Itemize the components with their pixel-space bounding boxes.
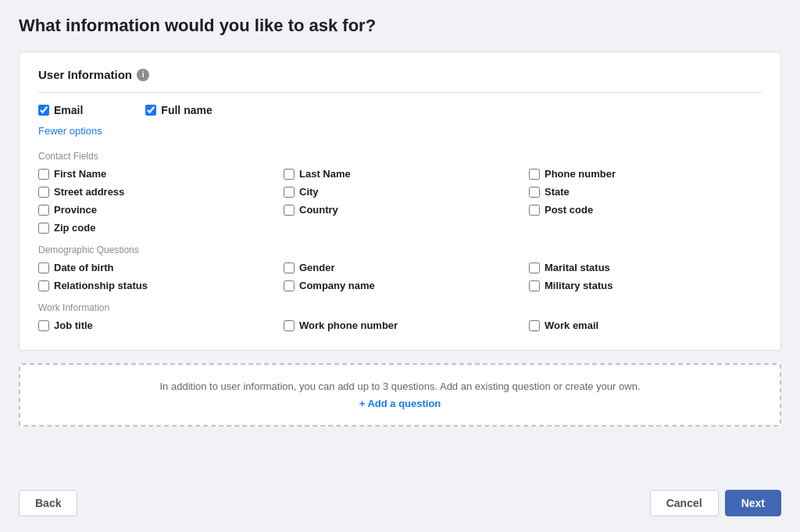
demographic-fields-grid: Date of birth Gender Marital status Rela… xyxy=(38,262,762,291)
date-of-birth-label: Date of birth xyxy=(54,262,114,273)
back-button[interactable]: Back xyxy=(19,490,77,516)
gender-field[interactable]: Gender xyxy=(284,262,516,273)
phone-number-field[interactable]: Phone number xyxy=(529,168,762,180)
military-status-checkbox[interactable] xyxy=(529,280,540,291)
post-code-checkbox[interactable] xyxy=(529,205,540,216)
contact-fields-label: Contact Fields xyxy=(38,151,762,162)
military-status-field[interactable]: Military status xyxy=(529,280,762,291)
add-question-description: In addition to user information, you can… xyxy=(33,380,767,392)
email-label: Email xyxy=(54,104,83,116)
email-checkbox-label[interactable]: Email xyxy=(38,104,83,116)
street-address-checkbox[interactable] xyxy=(38,187,49,198)
province-checkbox[interactable] xyxy=(38,205,49,216)
first-name-field[interactable]: First Name xyxy=(38,168,271,180)
work-phone-number-checkbox[interactable] xyxy=(284,320,295,331)
cancel-button[interactable]: Cancel xyxy=(650,490,719,516)
zip-code-checkbox[interactable] xyxy=(38,223,49,234)
full-name-label: Full name xyxy=(161,104,212,116)
pre-checked-row: Email Full name xyxy=(38,104,762,116)
company-name-checkbox[interactable] xyxy=(284,280,295,291)
contact-fields-grid: First Name Last Name Phone number Street… xyxy=(38,168,762,234)
phone-number-checkbox[interactable] xyxy=(529,169,540,180)
zip-code-field[interactable]: Zip code xyxy=(38,222,271,234)
zip-code-label: Zip code xyxy=(54,222,95,234)
relationship-status-checkbox[interactable] xyxy=(38,280,49,291)
job-title-checkbox[interactable] xyxy=(38,320,49,331)
province-label: Province xyxy=(54,204,97,216)
right-buttons: Cancel Next xyxy=(650,490,781,516)
relationship-status-label: Relationship status xyxy=(54,280,148,291)
phone-number-label: Phone number xyxy=(545,168,616,180)
card-header-label: User Information xyxy=(38,68,132,81)
company-name-field[interactable]: Company name xyxy=(284,280,516,291)
add-question-box: In addition to user information, you can… xyxy=(19,363,781,427)
last-name-label: Last Name xyxy=(299,168,351,180)
city-checkbox[interactable] xyxy=(284,187,295,198)
city-label: City xyxy=(299,186,319,198)
relationship-status-field[interactable]: Relationship status xyxy=(38,280,271,291)
work-email-field[interactable]: Work email xyxy=(529,320,762,331)
city-field[interactable]: City xyxy=(284,186,516,198)
info-icon[interactable]: i xyxy=(137,69,149,81)
gender-checkbox[interactable] xyxy=(284,262,295,273)
demographic-fields-label: Demographic Questions xyxy=(38,245,762,255)
page-title: What information would you like to ask f… xyxy=(19,16,781,36)
email-checkbox[interactable] xyxy=(38,105,49,116)
company-name-label: Company name xyxy=(299,280,375,291)
first-name-label: First Name xyxy=(54,168,106,180)
street-address-label: Street address xyxy=(54,186,124,198)
work-phone-number-label: Work phone number xyxy=(299,320,398,331)
marital-status-label: Marital status xyxy=(545,262,610,273)
job-title-label: Job title xyxy=(54,320,93,331)
country-field[interactable]: Country xyxy=(284,204,516,216)
date-of-birth-field[interactable]: Date of birth xyxy=(38,262,271,273)
work-phone-number-field[interactable]: Work phone number xyxy=(284,320,516,331)
full-name-checkbox-label[interactable]: Full name xyxy=(145,104,212,116)
marital-status-field[interactable]: Marital status xyxy=(529,262,762,273)
full-name-checkbox[interactable] xyxy=(145,105,156,116)
military-status-label: Military status xyxy=(545,280,612,291)
date-of-birth-checkbox[interactable] xyxy=(38,262,49,273)
card-header: User Information i xyxy=(38,68,762,93)
work-email-checkbox[interactable] xyxy=(529,320,540,331)
footer: Back Cancel Next xyxy=(19,484,781,516)
marital-status-checkbox[interactable] xyxy=(529,262,540,273)
fewer-options-link[interactable]: Fewer options xyxy=(38,125,102,137)
state-field[interactable]: State xyxy=(529,186,762,198)
first-name-checkbox[interactable] xyxy=(38,169,49,180)
post-code-label: Post code xyxy=(545,204,593,216)
job-title-field[interactable]: Job title xyxy=(38,320,271,331)
last-name-checkbox[interactable] xyxy=(284,169,295,180)
work-fields-grid: Job title Work phone number Work email xyxy=(38,320,762,331)
state-label: State xyxy=(545,186,570,198)
post-code-field[interactable]: Post code xyxy=(529,204,762,216)
work-email-label: Work email xyxy=(545,320,598,331)
work-info-label: Work Information xyxy=(38,302,762,313)
state-checkbox[interactable] xyxy=(529,187,540,198)
province-field[interactable]: Province xyxy=(38,204,271,216)
gender-label: Gender xyxy=(299,262,335,273)
next-button[interactable]: Next xyxy=(725,490,781,516)
last-name-field[interactable]: Last Name xyxy=(284,168,516,180)
country-checkbox[interactable] xyxy=(284,205,295,216)
add-question-link[interactable]: + Add a question xyxy=(359,398,441,409)
user-info-card: User Information i Email Full name Fewer… xyxy=(19,52,781,351)
street-address-field[interactable]: Street address xyxy=(38,186,271,198)
country-label: Country xyxy=(299,204,338,216)
